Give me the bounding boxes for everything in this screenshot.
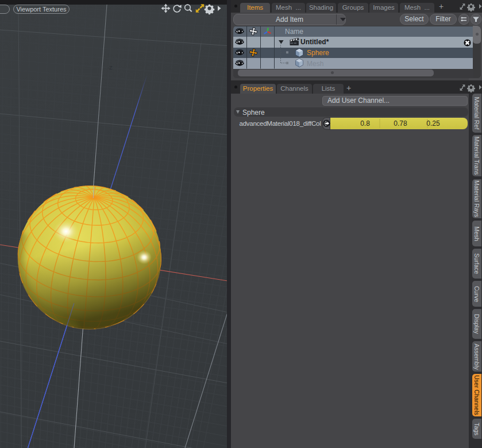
svg-text:-Z: -Z — [107, 65, 113, 71]
